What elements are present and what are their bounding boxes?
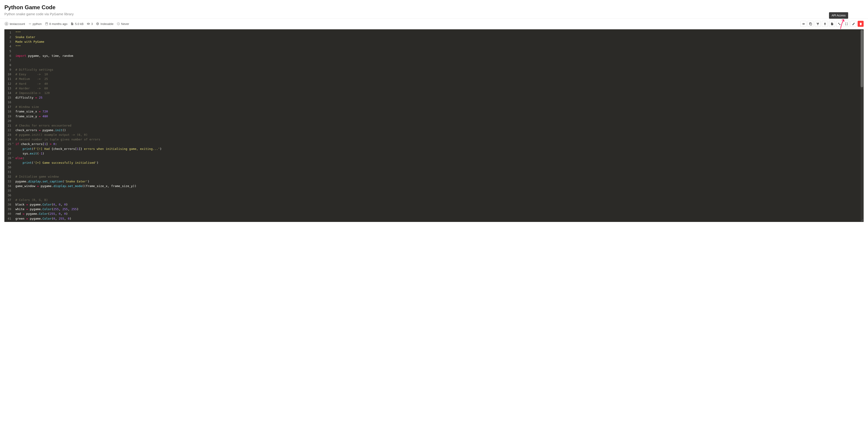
fork-button[interactable] — [815, 21, 821, 27]
code-line: white = pygame.Color(255, 255, 255) — [16, 207, 861, 211]
code-line: # Easy -> 10 — [16, 72, 861, 77]
line-number: 39 — [8, 207, 11, 211]
line-number: 22 — [8, 128, 11, 133]
line-number: 11 — [8, 77, 11, 81]
code-line — [16, 58, 861, 63]
code-line: # Window size — [16, 105, 861, 109]
raw-button[interactable] — [829, 21, 835, 27]
edit-button[interactable] — [850, 21, 857, 27]
code-line: Snake Eater — [16, 35, 861, 39]
code-line — [16, 119, 861, 123]
code-line: frame_size_x = 720 — [16, 109, 861, 114]
line-number: 23 — [8, 133, 11, 137]
line-number: 14 — [8, 91, 11, 95]
line-number: 20 — [8, 119, 11, 123]
avatar-icon — [4, 22, 8, 26]
code-line: else: — [16, 156, 861, 161]
code-line: # Checks for errors encountered — [16, 123, 861, 128]
download-button[interactable] — [822, 21, 828, 27]
line-number: 25 — [8, 142, 11, 146]
code-editor[interactable]: 1234567891011121314151617181920212223242… — [4, 29, 864, 222]
code-line — [16, 100, 861, 105]
line-number: 36 — [8, 193, 11, 198]
line-number: 26 — [8, 147, 11, 151]
line-number: 10 — [8, 72, 11, 77]
code-line: difficulty = 25 — [16, 95, 861, 100]
code-content[interactable]: """Snake EaterMade with PyGame""" import… — [13, 29, 864, 222]
page-title: Python Game Code — [4, 4, 864, 11]
svg-point-1 — [818, 23, 818, 23]
line-number: 2 — [8, 35, 11, 39]
code-line — [16, 63, 861, 67]
delete-button[interactable] — [858, 21, 864, 27]
code-line — [16, 165, 861, 170]
line-number: 8 — [8, 63, 11, 67]
code-line: check_errors = pygame.init() — [16, 128, 861, 133]
scrollbar[interactable] — [861, 30, 863, 222]
code-line: # pygame.init() example output -> (6, 0) — [16, 133, 861, 137]
code-line — [16, 170, 861, 174]
line-number: 16 — [8, 100, 11, 105]
line-number: 3 — [8, 39, 11, 44]
meta-user[interactable]: testaccount — [4, 22, 25, 26]
code-icon — [28, 22, 32, 25]
meta-index: Indexable — [96, 22, 113, 26]
line-number: 17 — [8, 105, 11, 109]
line-number: 41 — [8, 216, 11, 221]
code-line: # Hard -> 40 — [16, 82, 861, 86]
line-number: 15 — [8, 95, 11, 100]
code-line: green = pygame.Color(0, 255, 0) — [16, 216, 861, 221]
code-line — [16, 49, 861, 54]
code-line: """ — [16, 30, 861, 35]
eye-icon — [87, 22, 90, 25]
meta-views: 3 — [87, 22, 93, 26]
line-number: 24 — [8, 137, 11, 142]
scrollbar-thumb[interactable] — [861, 30, 863, 87]
code-line: # Difficulty settings — [16, 67, 861, 72]
api-access-button[interactable] — [836, 21, 842, 27]
line-number: 9 — [8, 67, 11, 72]
code-line — [16, 193, 861, 198]
code-line — [16, 188, 861, 193]
code-line: pygame.display.set_caption('Snake Eater'… — [16, 179, 861, 184]
code-line: # second number in tuple gives number of… — [16, 137, 861, 142]
meta-info: testaccount python 8 months ago 5.0 kB 3… — [4, 22, 129, 26]
user-name: testaccount — [10, 22, 25, 26]
line-number: 27 — [8, 151, 11, 156]
code-line: frame_size_y = 480 — [16, 114, 861, 119]
globe-icon — [96, 22, 99, 25]
copy-button[interactable] — [808, 21, 813, 27]
code-line: # Impossible-> 120 — [16, 91, 861, 95]
line-number: 1 — [8, 30, 11, 35]
code-line: # Initialise game window — [16, 174, 861, 179]
fullscreen-button[interactable] — [843, 21, 849, 27]
line-number: 7 — [8, 58, 11, 63]
line-number: 29 — [8, 161, 11, 165]
line-number: 28 — [8, 156, 11, 161]
line-number: 35 — [8, 188, 11, 193]
line-number: 5 — [8, 49, 11, 54]
code-line: """ — [16, 44, 861, 49]
code-line: black = pygame.Color(0, 0, 0) — [16, 202, 861, 207]
clock-icon — [117, 22, 120, 25]
line-number: 12 — [8, 82, 11, 86]
calendar-icon — [45, 22, 48, 25]
resize-handle[interactable] — [860, 219, 864, 222]
line-number: 31 — [8, 170, 11, 174]
line-number: 18 — [8, 109, 11, 114]
line-number: 6 — [8, 54, 11, 58]
line-gutter: 1234567891011121314151617181920212223242… — [4, 29, 13, 222]
code-line: print(f'[!] Had {check_errors[1]} errors… — [16, 147, 861, 151]
code-line: # Harder -> 60 — [16, 86, 861, 91]
copy-link-button[interactable] — [800, 21, 806, 27]
line-number: 37 — [8, 198, 11, 202]
meta-age: 8 months ago — [45, 22, 68, 26]
code-line: Made with PyGame — [16, 39, 861, 44]
line-number: 40 — [8, 211, 11, 216]
file-icon — [71, 22, 74, 25]
toolbar — [800, 21, 864, 27]
line-number: 30 — [8, 165, 11, 170]
code-line: # Medium -> 25 — [16, 77, 861, 81]
meta-language: python — [28, 22, 42, 26]
code-line: print('[+] Game successfully initialised… — [16, 161, 861, 165]
